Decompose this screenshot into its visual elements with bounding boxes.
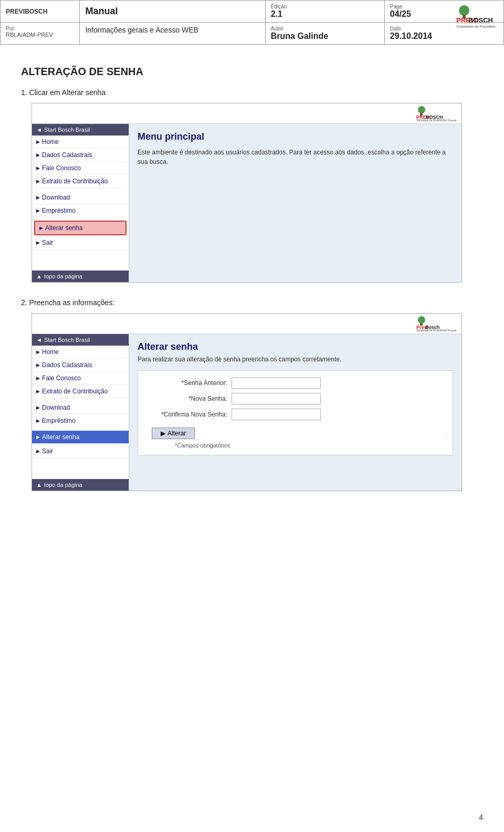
sidebar-header-label-1: Start Bosch Brasil (44, 127, 90, 133)
svg-point-12 (418, 316, 425, 324)
arrow-icon: ▶ (161, 430, 165, 437)
arrow-icon: ▶ (36, 139, 40, 144)
company-name: PREVIBOSCH (6, 8, 74, 15)
sidebar-label: Download (42, 194, 70, 201)
sidebar-item-emprestimo-2[interactable]: ▶ Empréstimo (32, 414, 129, 428)
sidebar-item-fale-1[interactable]: ▶ Fale Conosco (32, 162, 129, 175)
page-number: 4 (479, 813, 483, 821)
sidebar-label: Sair (42, 239, 53, 246)
previbosch-logo-bar-2: Previ Bosch Sociedade de Previdência Pri… (32, 314, 461, 334)
svg-text:BOSCH: BOSCH (468, 16, 493, 24)
main-content: ALTERAÇÃO DE SENHA 1. Clicar em Alterar … (0, 45, 504, 528)
sidebar-label: Dados Cadastrais (42, 151, 92, 159)
arrow-icon: ▶ (36, 362, 40, 368)
arrow-icon: ▶ (36, 240, 40, 245)
sidebar-collapse-icon-1[interactable]: ◄ (36, 127, 42, 133)
browser-inner-2: ◄ Start Bosch Brasil ▶ Home ▶ Dados Cada… (32, 334, 461, 491)
arrow-icon: ▶ (36, 195, 40, 200)
sidebar-2: ◄ Start Bosch Brasil ▶ Home ▶ Dados Cada… (32, 334, 129, 491)
sidebar-item-extrato-1[interactable]: ▶ Extrato de Contribuição (32, 175, 129, 188)
confirma-senha-input[interactable] (232, 409, 321, 420)
nova-senha-input[interactable] (232, 393, 321, 404)
por-label: Por: (6, 26, 74, 32)
sidebar-1: ◄ Start Bosch Brasil ▶ Home ▶ Dados Cada… (32, 124, 129, 282)
browser-inner-1: ◄ Start Bosch Brasil ▶ Home ▶ Dados Cada… (32, 124, 461, 282)
browser-mockup-1: PREVI BOSCH Sociedade de Previdência Pri… (32, 103, 462, 283)
senha-anterior-input[interactable] (232, 377, 321, 389)
form-row-senha-anterior: *Senha Anterior: (143, 377, 447, 389)
edition-label: Edição (271, 4, 379, 9)
panel-desc-1: Este ambiente é destinado aos usuários c… (138, 148, 453, 167)
main-panel-1: Menu principal Este ambiente é destinado… (129, 124, 461, 282)
arrow-icon: ▶ (36, 152, 40, 158)
sidebar-label: Home (42, 348, 59, 356)
arrow-icon: ▶ (39, 225, 43, 231)
sidebar-label: Home (42, 138, 59, 145)
alterar-button-label: Alterar (167, 430, 186, 437)
sidebar-header-2: ◄ Start Bosch Brasil (32, 334, 129, 346)
sidebar-label: Alterar senha (45, 224, 82, 232)
edition-value: 2.1 (271, 9, 379, 19)
sidebar-item-dados-1[interactable]: ▶ Dados Cadastrais (32, 149, 129, 162)
previbosch-logo-bar-1: PREVI BOSCH Sociedade de Previdência Pri… (32, 103, 461, 124)
svg-point-0 (459, 5, 469, 16)
autor-value: Bruna Galinde (271, 32, 379, 41)
arrow-up-icon: ▲ (36, 482, 42, 488)
svg-point-6 (418, 106, 425, 113)
sidebar-item-download-2[interactable]: ▶ Download (32, 401, 129, 414)
subject: Informações gerais e Acesso WEB (85, 26, 259, 34)
sidebar-header-1: ◄ Start Bosch Brasil (32, 124, 129, 136)
sidebar-collapse-icon-2[interactable]: ◄ (36, 337, 42, 343)
arrow-icon: ▶ (36, 208, 40, 213)
form-row-nova-senha: *Nova Senha: (143, 393, 447, 404)
arrow-up-icon: ▲ (36, 273, 42, 279)
sidebar-footer-2[interactable]: ▲ topo da página (32, 479, 129, 491)
panel-title-1: Menu principal (138, 131, 453, 142)
alterar-button[interactable]: ▶ Alterar (152, 428, 195, 439)
svg-text:Sociedade de Previdência Priva: Sociedade de Previdência Privada (456, 25, 496, 28)
header-logo: PREVI BOSCH Sociedade de Previdência Pri… (412, 4, 496, 33)
sidebar-label: Fale Conosco (42, 164, 81, 172)
arrow-icon: ▶ (36, 179, 40, 184)
form-container: *Senha Anterior: *Nova Senha: *Confirma … (138, 370, 453, 455)
form-row-confirma-senha: *Confirma Nova Senha: (143, 409, 447, 420)
sidebar-label: Extrato de Contribuição (42, 178, 108, 185)
svg-text:Sociedade de Previdência Priva: Sociedade de Previdência Privada (416, 119, 457, 121)
arrow-icon: ▶ (36, 449, 40, 454)
sidebar-label: Extrato de Contribuição (42, 388, 108, 395)
sidebar-footer-label-2: topo da página (44, 482, 82, 488)
sidebar-header-label-2: Start Bosch Brasil (44, 337, 90, 343)
svg-text:Sociedade de Previdência Priva: Sociedade de Previdência Privada (416, 329, 457, 331)
form-panel: Alterar senha Para realizar sua alteraçã… (129, 334, 461, 491)
sidebar-item-dados-2[interactable]: ▶ Dados Cadastrais (32, 359, 129, 372)
form-subtitle: Para realizar sua alteração de senha pre… (138, 356, 453, 363)
sidebar-label: Empréstimo (42, 207, 76, 214)
sidebar-item-alterar-2[interactable]: ▶ Alterar senha (32, 431, 129, 444)
sidebar-item-download-1[interactable]: ▶ Download (32, 191, 129, 204)
sidebar-item-fale-2[interactable]: ▶ Fale Conosco (32, 372, 129, 385)
arrow-icon: ▶ (36, 349, 40, 355)
sidebar-item-alterar-1[interactable]: ▶ Alterar senha (34, 221, 127, 235)
sidebar-label: Alterar senha (42, 433, 79, 441)
sidebar-footer-label-1: topo da página (44, 273, 82, 279)
sidebar-item-sair-1[interactable]: ▶ Sair (32, 236, 129, 249)
campos-obrigatorios: *Campos obrigatórios (175, 442, 447, 449)
por-value: RBLA/ADM-PREV (6, 32, 74, 38)
arrow-icon: ▶ (36, 376, 40, 381)
arrow-icon: ▶ (36, 434, 40, 440)
section-title: ALTERAÇÃO DE SENHA (21, 66, 483, 78)
sidebar-item-emprestimo-1[interactable]: ▶ Empréstimo (32, 204, 129, 217)
sidebar-item-sair-2[interactable]: ▶ Sair (32, 445, 129, 458)
sidebar-footer-1[interactable]: ▲ topo da página (32, 271, 129, 282)
comma-note: , (446, 429, 447, 435)
sidebar-label: Download (42, 404, 70, 411)
doc-title: Manual (85, 6, 259, 17)
sidebar-label: Empréstimo (42, 417, 76, 424)
arrow-icon: ▶ (36, 405, 40, 410)
sidebar-item-extrato-2[interactable]: ▶ Extrato de Contribuição (32, 385, 129, 398)
arrow-icon: ▶ (36, 418, 40, 423)
sidebar-label: Sair (42, 448, 53, 455)
browser-mockup-2: Previ Bosch Sociedade de Previdência Pri… (32, 313, 462, 491)
sidebar-item-home-2[interactable]: ▶ Home (32, 346, 129, 359)
sidebar-item-home-1[interactable]: ▶ Home (32, 136, 129, 149)
